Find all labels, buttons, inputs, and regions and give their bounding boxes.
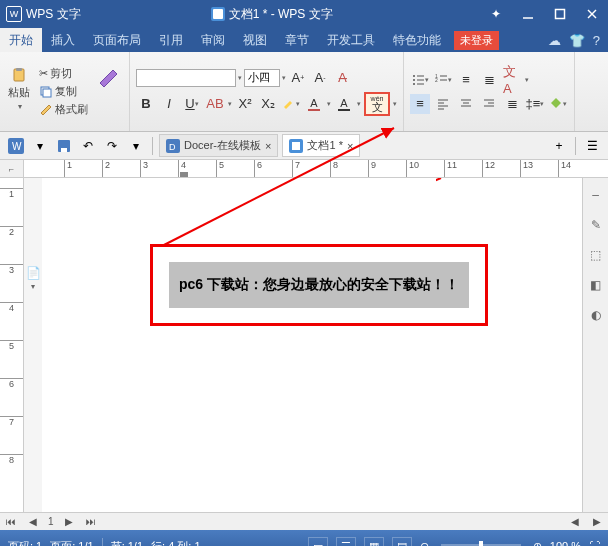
page-nav-bar: ⏮ ◀ 1 ▶ ⏭ ◀ ▶	[0, 512, 608, 530]
view-outline-icon[interactable]: ☰	[336, 537, 356, 546]
menu-devtools[interactable]: 开发工具	[318, 28, 384, 52]
menu-view[interactable]: 视图	[234, 28, 276, 52]
char-shading-button[interactable]: A	[334, 94, 354, 114]
sidepanel-close-icon[interactable]: –	[587, 186, 605, 204]
align-distribute-button[interactable]: ≣	[502, 94, 522, 114]
status-position[interactable]: 行: 4 列: 1	[151, 539, 201, 547]
brush-icon	[39, 103, 53, 117]
font-size-select[interactable]	[244, 69, 280, 87]
close-button[interactable]	[576, 0, 608, 28]
annotation-arrow	[436, 178, 446, 248]
tool3-icon[interactable]: ◧	[587, 276, 605, 294]
menu-insert[interactable]: 插入	[42, 28, 84, 52]
zoom-value[interactable]: 100 %	[550, 540, 581, 546]
qa-dropdown-icon[interactable]: ▾	[126, 136, 146, 156]
text-direction-button[interactable]: 文A	[502, 70, 522, 90]
format-brush-button[interactable]: 格式刷	[36, 101, 91, 118]
menu-references[interactable]: 引用	[150, 28, 192, 52]
font-name-select[interactable]	[136, 69, 236, 87]
copy-button[interactable]: 复制	[36, 83, 91, 100]
select-icon[interactable]: ⬚	[587, 246, 605, 264]
clear-format-button[interactable]: A̶	[332, 68, 352, 88]
menu-pagelayout[interactable]: 页面布局	[84, 28, 150, 52]
svg-rect-5	[16, 68, 22, 71]
font-color-button[interactable]: A	[304, 94, 324, 114]
tab-list-icon[interactable]: ☰	[582, 136, 602, 156]
status-section[interactable]: 节: 1/1	[111, 539, 143, 547]
paragraph-icon[interactable]: 📄	[26, 266, 41, 280]
docer-tab[interactable]: D Docer-在线模板 ×	[159, 134, 278, 157]
zoom-in-icon[interactable]: ⊕	[533, 540, 542, 547]
redo-icon[interactable]: ↷	[102, 136, 122, 156]
paste-button[interactable]: 粘贴▾	[4, 65, 34, 118]
close-tab-icon[interactable]: ×	[265, 140, 271, 152]
vertical-ruler[interactable]: 12345678	[0, 178, 24, 512]
add-tab-icon[interactable]: +	[549, 136, 569, 156]
menu-bar: 开始 插入 页面布局 引用 审阅 视图 章节 开发工具 特色功能 未登录 ☁ 👕…	[0, 28, 608, 52]
not-login-button[interactable]: 未登录	[454, 31, 499, 50]
menu-review[interactable]: 审阅	[192, 28, 234, 52]
shading-button[interactable]: ▾	[548, 94, 568, 114]
line-spacing-button[interactable]: ‡≡▾	[525, 94, 545, 114]
fullscreen-icon[interactable]: ⛶	[589, 540, 600, 546]
status-page[interactable]: 页码: 1	[8, 539, 42, 547]
scroll-right-icon[interactable]: ▶	[590, 515, 604, 529]
subscript-button[interactable]: X₂	[258, 94, 278, 114]
cut-button[interactable]: ✂剪切	[36, 65, 91, 82]
align-center-button[interactable]	[456, 94, 476, 114]
horizontal-ruler[interactable]: ⌐ 1234567891011121314	[0, 160, 608, 178]
page-number-field[interactable]: 1	[48, 516, 54, 527]
bullets-button[interactable]: ▾	[410, 70, 430, 90]
svg-line-36	[436, 178, 441, 248]
scroll-left-icon[interactable]: ◀	[568, 515, 582, 529]
status-page-of[interactable]: 页面: 1/1	[50, 539, 93, 547]
palette-icon[interactable]: ◐	[587, 306, 605, 324]
view-read-icon[interactable]: ▤	[392, 537, 412, 546]
bold-button[interactable]: B	[136, 94, 156, 114]
strikethrough-button[interactable]: AB	[205, 94, 225, 114]
menu-chapter[interactable]: 章节	[276, 28, 318, 52]
document-text[interactable]: pc6 下载站：您身边最放心的安全下载站！！	[169, 262, 469, 308]
next-page-icon[interactable]: ▶	[62, 515, 76, 529]
superscript-button[interactable]: X²	[235, 94, 255, 114]
skin-icon[interactable]: 👕	[569, 33, 585, 48]
prev-page-icon[interactable]: ◀	[26, 515, 40, 529]
shrink-font-button[interactable]: A-	[310, 68, 330, 88]
menu-features[interactable]: 特色功能	[384, 28, 450, 52]
increase-indent-button[interactable]: ≣	[479, 70, 499, 90]
close-tab-icon-2[interactable]: ×	[347, 140, 353, 152]
decrease-indent-button[interactable]: ≡	[456, 70, 476, 90]
align-justify-button[interactable]: ≡	[410, 94, 430, 114]
document-page[interactable]: pc6 下载站：您身边最放心的安全下载站！！	[42, 178, 582, 512]
grow-font-button[interactable]: A+	[288, 68, 308, 88]
numbering-button[interactable]: 12▾	[433, 70, 453, 90]
login-splash-icon[interactable]: ✦	[480, 0, 512, 28]
underline-button[interactable]: U▾	[182, 94, 202, 114]
phonetic-guide-button[interactable]: wén 文	[364, 92, 390, 116]
new-doc-icon[interactable]: ▾	[30, 136, 50, 156]
undo-icon[interactable]: ↶	[78, 136, 98, 156]
save-icon[interactable]	[54, 136, 74, 156]
highlight-button[interactable]: ▾	[281, 94, 301, 114]
align-left-button[interactable]	[433, 94, 453, 114]
doc-tab-icon	[289, 139, 303, 153]
view-print-icon[interactable]: ▭	[308, 537, 328, 546]
format-painter-big[interactable]	[93, 65, 125, 118]
paragraph-caret-icon[interactable]: ▾	[31, 282, 35, 291]
first-page-icon[interactable]: ⏮	[4, 515, 18, 529]
align-right-button[interactable]	[479, 94, 499, 114]
help-icon[interactable]: ?	[593, 33, 600, 48]
cloud-icon[interactable]: ☁	[548, 33, 561, 48]
eyedropper-icon[interactable]: ✎	[587, 216, 605, 234]
italic-button[interactable]: I	[159, 94, 179, 114]
docer-icon: D	[166, 139, 180, 153]
minimize-button[interactable]	[512, 0, 544, 28]
zoom-out-icon[interactable]: ⊖	[420, 540, 429, 547]
view-web-icon[interactable]: ▦	[364, 537, 384, 546]
last-page-icon[interactable]: ⏭	[84, 515, 98, 529]
wps-menu-icon[interactable]: W	[6, 136, 26, 156]
maximize-button[interactable]	[544, 0, 576, 28]
document-tab[interactable]: 文档1 * ×	[282, 134, 360, 157]
menu-start[interactable]: 开始	[0, 28, 42, 52]
side-panel: – ✎ ⬚ ◧ ◐	[582, 178, 608, 512]
